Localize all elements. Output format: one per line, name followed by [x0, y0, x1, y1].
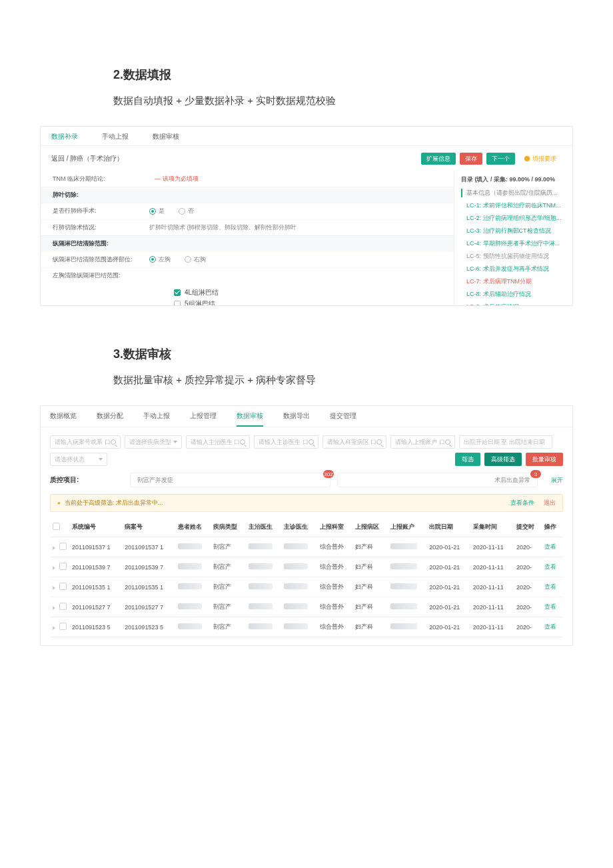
s1-tab-1[interactable]: 数据补录 [51, 132, 78, 141]
col-out: 出院日期 [426, 517, 470, 537]
radio-no[interactable]: 否 [179, 207, 194, 215]
row-checkbox[interactable] [59, 583, 67, 590]
filter-disease[interactable]: 请选择疾病类型 [125, 435, 182, 449]
cell-name [175, 617, 211, 637]
s2-tab-0[interactable]: 数据概览 [50, 411, 77, 427]
btn-save[interactable]: 保存 [460, 153, 482, 165]
cell-dis: 剖宫产 [211, 577, 246, 597]
expand-row-icon[interactable] [53, 546, 55, 550]
col-dept: 上报科室 [317, 517, 352, 537]
toc-item-lc4[interactable]: LC-4: 早期肺癌患者手术治疗中淋... [461, 237, 566, 250]
table-row: 2011091527 72011091527 7剖宫产综合普外妇产科2020-0… [50, 597, 563, 617]
qc-right[interactable]: 术后出血异常 3 [337, 473, 538, 487]
radio-right[interactable]: 右胸 [185, 255, 206, 264]
filter-date[interactable]: 出院开始日期 至 出院结束日期 [459, 435, 552, 449]
s1-tab-2[interactable]: 手动上报 [102, 132, 129, 141]
radio-yes[interactable]: 是 [149, 207, 165, 215]
toc-item-basic[interactable]: 基本信息（请参照出院/住院病历... [461, 187, 566, 199]
col-doc1: 主治医生 [246, 517, 281, 537]
check-4l[interactable]: 4L组淋巴结 [174, 288, 442, 297]
col-sub: 提交时 [514, 517, 542, 537]
row-checkbox[interactable] [59, 543, 67, 550]
cell-doc2 [281, 597, 316, 617]
cell-user [388, 617, 426, 637]
qc-left[interactable]: 剖宫产并发症 302 [130, 473, 330, 487]
cell-out: 2020-01-21 [426, 537, 470, 557]
filter-user[interactable]: 请输入上报账户 口 [390, 435, 455, 449]
label-side: 纵隔淋巴结清除范围选择部位: [53, 255, 149, 264]
btn-adv-filter[interactable]: 高级筛选 [484, 453, 522, 466]
s2-tab-4[interactable]: 数据审核 [237, 411, 263, 427]
toc-item-lc3[interactable]: LC-3: 治疗前行胸部CT检查情况 [461, 225, 566, 237]
filter-doctor2[interactable]: 请输入主诊医生 口 [254, 435, 318, 449]
row-checkbox[interactable] [59, 603, 67, 610]
filter-caseno[interactable]: 请输入病案号或系 口 [50, 435, 121, 449]
adv-filter-exit[interactable]: 退出 [544, 499, 556, 507]
cell-out: 2020-01-21 [426, 577, 470, 597]
cell-user [388, 557, 426, 577]
filter-doctor1[interactable]: 请输入主治医生 口 [186, 435, 251, 449]
cell-ward: 妇产科 [352, 577, 388, 597]
row-view-link[interactable]: 查看 [544, 623, 556, 630]
cell-out: 2020-01-21 [426, 597, 470, 617]
radio-left[interactable]: 左胸 [149, 255, 171, 264]
row-view-link[interactable]: 查看 [544, 543, 556, 550]
qc-expand[interactable]: 展开 [551, 476, 563, 485]
toc-item-lc2[interactable]: LC-2: 治疗前病理组织形态学/细胞... [461, 212, 566, 225]
expand-row-icon[interactable] [53, 566, 55, 570]
col-case: 病案号 [122, 517, 175, 537]
s1-tab-3[interactable]: 数据审核 [153, 132, 179, 141]
cell-col: 2020-11-11 [470, 577, 514, 597]
cell-doc2 [281, 537, 316, 557]
toc-item-lc5[interactable]: LC-5: 预防性抗菌药物使用情况 [461, 250, 566, 263]
breadcrumb[interactable]: 返回 / 肺癌（手术治疗） [51, 154, 123, 163]
section2-desc: 数据自动填报 + 少量数据补录 + 实时数据规范校验 [113, 95, 573, 107]
link-requirement[interactable]: 填报要求 [519, 153, 562, 165]
btn-extend-info[interactable]: 扩展信息 [421, 153, 456, 165]
table-row: 2011091537 12011091537 1剖宫产综合普外妇产科2020-0… [50, 537, 563, 557]
col-name: 患者姓名 [175, 517, 211, 537]
toc-item-lc9[interactable]: LC-9: 术后放疗情况 [461, 301, 566, 306]
cell-doc1 [246, 577, 281, 597]
toc-item-lc1[interactable]: LC-1: 术前评估和治疗前临床TNM... [461, 199, 566, 212]
s2-tab-5[interactable]: 数据导出 [283, 411, 310, 427]
cell-name [175, 577, 211, 597]
filter-ward[interactable]: 请输入科室病区 口 [322, 435, 387, 449]
row-checkbox[interactable] [59, 563, 67, 570]
table-row: 2011091535 12011091535 1剖宫产综合普外妇产科2020-0… [50, 577, 563, 597]
s2-tab-3[interactable]: 上报管理 [190, 411, 217, 427]
col-user: 上报账户 [388, 517, 426, 537]
cell-user [388, 597, 426, 617]
select-all-checkbox[interactable] [53, 523, 60, 530]
label-is-surgery: 是否行肺癌手术: [53, 207, 149, 215]
s2-tab-1[interactable]: 数据分配 [97, 411, 123, 427]
cell-doc1 [246, 557, 281, 577]
toc-item-lc7[interactable]: LC-7: 术后病理TNM分期 [461, 275, 566, 288]
btn-batch[interactable]: 批量审核 [526, 453, 563, 466]
toc-item-lc8[interactable]: LC-8: 术后辅助治疗情况 [461, 288, 566, 301]
expand-row-icon[interactable] [53, 606, 55, 610]
expand-row-icon[interactable] [53, 586, 55, 590]
row-view-link[interactable]: 查看 [544, 583, 556, 590]
cell-case: 2011091539 7 [122, 557, 175, 577]
checkbox-list: 4L组淋巴结 5组淋巴结 6组淋巴结 7组淋巴结 显示更多选项 [41, 283, 454, 306]
row-view-link[interactable]: 查看 [544, 603, 556, 610]
toc-item-lc6[interactable]: LC-6: 术后并发症与再手术情况 [461, 263, 566, 275]
row-checkbox[interactable] [59, 623, 67, 630]
cell-sub: 2020- [514, 557, 542, 577]
adv-filter-view[interactable]: 查看条件 [510, 499, 534, 507]
cell-dept: 综合普外 [317, 617, 352, 637]
expand-row-icon[interactable] [53, 626, 55, 630]
cell-ward: 妇产科 [352, 617, 388, 637]
row-view-link[interactable]: 查看 [544, 563, 556, 570]
filter-status[interactable]: 请选择状态 [50, 453, 107, 466]
search-icon [308, 439, 314, 445]
btn-next[interactable]: 下一个 [486, 153, 515, 165]
cell-name [175, 557, 211, 577]
s2-tab-6[interactable]: 提交管理 [330, 411, 356, 427]
cell-sys: 2011091539 7 [69, 557, 122, 577]
btn-filter[interactable]: 筛选 [455, 453, 480, 466]
s2-tab-2[interactable]: 手动上报 [143, 411, 170, 427]
screenshot-data-review: 数据概览 数据分配 手动上报 上报管理 数据审核 数据导出 提交管理 请输入病案… [40, 405, 573, 646]
check-5[interactable]: 5组淋巴结 [174, 299, 442, 306]
